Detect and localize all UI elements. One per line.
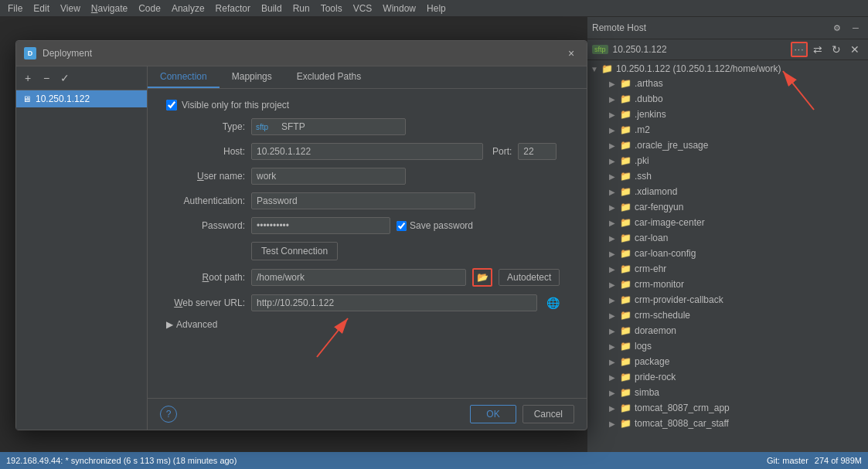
port-input[interactable]: 22 <box>518 143 557 160</box>
list-item[interactable]: ▶📁crm-schedule <box>587 308 868 323</box>
advanced-row[interactable]: ▶ Advanced <box>160 319 574 330</box>
dialog-form: Visible only for this project Type: sftp… <box>148 89 587 398</box>
web-url-input[interactable]: http://10.250.1.122 <box>251 294 537 311</box>
menu-window[interactable]: Window <box>378 2 420 15</box>
type-select[interactable]: SFTP <box>251 118 406 135</box>
list-item[interactable]: ▶📁.dubbo <box>587 91 868 107</box>
list-item[interactable]: ▶📁doraemon <box>587 323 868 338</box>
settings-icon[interactable]: ⚙ <box>829 20 845 36</box>
test-connection-button[interactable]: Test Connection <box>251 242 338 260</box>
folder-icon: 📁 <box>620 248 631 259</box>
menu-navigate[interactable]: Navigate <box>87 2 132 15</box>
refresh-icon[interactable]: ↻ <box>828 42 845 57</box>
list-item[interactable]: ▶📁.xdiamond <box>587 184 868 199</box>
tree-root[interactable]: ▼ 📁 10.250.1.122 (10.250.1.122/home/work… <box>587 62 868 76</box>
folder-icon: 📁 <box>620 356 631 367</box>
tree-item-label: crm-ehr <box>635 263 666 274</box>
more-options-button[interactable]: ··· <box>791 42 808 57</box>
list-item[interactable]: ▶📁tomcat_8087_crm_app <box>587 400 868 416</box>
browse-button[interactable]: 📂 <box>472 268 492 287</box>
folder-icon: 📁 <box>620 202 631 212</box>
tab-connection[interactable]: Connection <box>148 66 220 88</box>
menu-view[interactable]: View <box>56 2 85 15</box>
list-item[interactable]: ▶📁package <box>587 354 868 369</box>
tree-item-arrow: ▶ <box>609 234 617 243</box>
folder-icon: 📁 <box>620 233 631 243</box>
visible-only-label: Visible only for this project <box>182 100 289 110</box>
autodetect-button[interactable]: Autodetect <box>499 269 560 286</box>
close-button[interactable]: × <box>563 46 579 61</box>
close-panel-icon[interactable]: ✕ <box>846 42 863 57</box>
menu-vcs[interactable]: VCS <box>349 2 377 15</box>
help-button[interactable]: ? <box>160 406 177 423</box>
confirm-server-button[interactable]: ✓ <box>56 70 73 87</box>
menubar: File Edit View Navigate Code Analyze Ref… <box>0 0 868 17</box>
menu-analyze[interactable]: Analyze <box>167 2 209 15</box>
list-item[interactable]: ▶📁crm-monitor <box>587 277 868 292</box>
sync-icon[interactable]: ⇄ <box>809 42 826 57</box>
menu-refactor[interactable]: Refactor <box>211 2 255 15</box>
tree-item-arrow: ▶ <box>609 219 617 227</box>
tree-item-label: simba <box>635 387 659 398</box>
menu-code[interactable]: Code <box>134 2 165 15</box>
tree-item-label: tomcat_8088_car_staff <box>635 418 729 429</box>
auth-select[interactable]: Password <box>251 192 475 209</box>
add-server-button[interactable]: + <box>19 70 36 87</box>
tree-item-arrow: ▶ <box>609 358 617 366</box>
list-item[interactable]: ▶📁car-loan <box>587 230 868 246</box>
username-input[interactable]: work <box>251 168 406 185</box>
menu-file[interactable]: File <box>3 2 27 15</box>
list-item[interactable]: ▶📁logs <box>587 338 868 354</box>
tree-item-arrow: ▶ <box>609 280 617 289</box>
server-item[interactable]: 🖥 10.250.1.122 <box>16 90 147 107</box>
save-password-checkbox[interactable] <box>397 221 407 231</box>
password-input[interactable] <box>251 217 390 234</box>
tree-item-arrow: ▶ <box>609 389 617 397</box>
list-item[interactable]: ▶📁.pki <box>587 153 868 168</box>
tree-item-label: doraemon <box>635 325 676 336</box>
tree-item-arrow: ▶ <box>609 265 617 274</box>
menu-help[interactable]: Help <box>422 2 451 15</box>
root-path-input[interactable]: /home/work <box>251 269 466 286</box>
list-item[interactable]: ▶📁car-image-center <box>587 215 868 230</box>
host-input[interactable]: 10.250.1.122 <box>251 143 483 160</box>
list-item[interactable]: ▶📁tomcat_8088_car_staff <box>587 416 868 431</box>
ok-button[interactable]: OK <box>470 405 516 423</box>
remote-host-tree[interactable]: ▼ 📁 10.250.1.122 (10.250.1.122/home/work… <box>587 60 868 452</box>
dialog-body: + − ✓ 🖥 10.250.1.122 Connection Mappings <box>16 66 587 430</box>
tree-item-label: car-loan <box>635 233 668 243</box>
list-item[interactable]: ▶📁car-fengyun <box>587 199 868 215</box>
remove-server-button[interactable]: − <box>38 70 55 87</box>
menu-edit[interactable]: Edit <box>29 2 54 15</box>
visible-only-checkbox[interactable] <box>166 100 177 110</box>
statusbar: 192.168.49.44: * synchronized (6 s 113 m… <box>0 452 868 469</box>
list-item[interactable]: ▶📁.ssh <box>587 168 868 184</box>
tree-item-label: package <box>635 356 669 367</box>
list-item[interactable]: ▶📁.arthas <box>587 76 868 91</box>
main-area: Remote Host ⚙ ─ sftp 10.250.1.122 ··· ⇄ … <box>0 17 868 452</box>
password-row: Password: Save password <box>160 217 574 234</box>
list-item[interactable]: ▶📁simba <box>587 385 868 400</box>
dialog-footer: ? OK Cancel <box>148 398 587 430</box>
menu-tools[interactable]: Tools <box>316 2 347 15</box>
menu-run[interactable]: Run <box>288 2 315 15</box>
tab-excluded-paths[interactable]: Excluded Paths <box>284 66 373 88</box>
minimize-icon[interactable]: ─ <box>848 20 863 36</box>
list-item[interactable]: ▶📁.oracle_jre_usage <box>587 138 868 153</box>
list-item[interactable]: ▶📁car-loan-config <box>587 246 868 261</box>
root-path-row: Root path: /home/work 📂 Autodetect <box>160 268 574 287</box>
git-status: Git: master <box>767 456 808 465</box>
folder-icon: 📁 <box>620 109 631 120</box>
list-item[interactable]: ▶📁crm-provider-callback <box>587 292 868 308</box>
tab-mappings[interactable]: Mappings <box>220 66 284 88</box>
list-item[interactable]: ▶📁pride-rock <box>587 369 868 385</box>
list-item[interactable]: ▶📁.m2 <box>587 122 868 138</box>
list-item[interactable]: ▶📁.jenkins <box>587 107 868 122</box>
folder-icon: 📁 <box>620 217 631 228</box>
folder-icon: 📁 <box>620 310 631 321</box>
folder-icon: 📁 <box>620 294 631 305</box>
menu-build[interactable]: Build <box>257 2 287 15</box>
list-item[interactable]: ▶📁crm-ehr <box>587 261 868 277</box>
web-url-icon: 🌐 <box>546 297 560 309</box>
cancel-button[interactable]: Cancel <box>523 405 574 423</box>
